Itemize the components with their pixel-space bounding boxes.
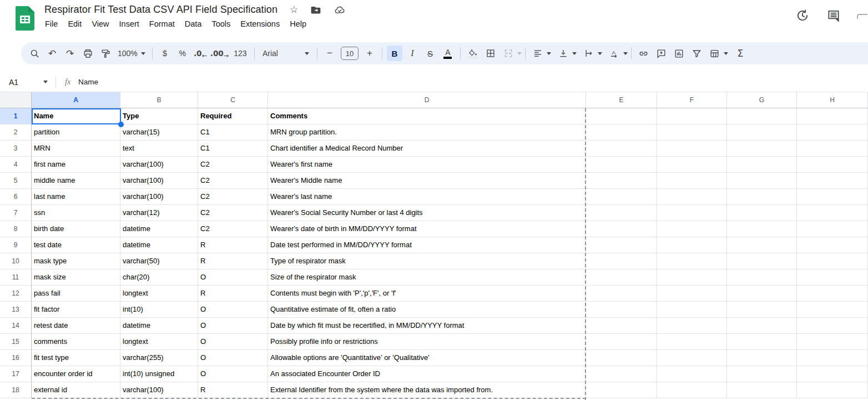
grid-corner[interactable] [0,92,32,108]
cell-G10[interactable] [727,253,797,269]
cell-G7[interactable] [727,205,797,221]
column-header-F[interactable]: F [657,92,727,108]
cell-H18[interactable] [797,382,868,398]
cell-H16[interactable] [797,350,868,366]
cell-D14[interactable]: Date by which fit must be recertified, i… [268,318,586,334]
cell-D13[interactable]: Quantitative estimate of fit, often a ra… [268,302,586,318]
cell-F3[interactable] [657,141,727,157]
cell-F18[interactable] [657,382,727,398]
row-header-12[interactable]: 12 [0,286,32,302]
cell-A3[interactable]: MRN [32,141,120,157]
cell-E16[interactable] [586,350,657,366]
menu-edit[interactable]: Edit [63,18,87,30]
cell-A9[interactable]: test date [32,237,120,253]
menu-tools[interactable]: Tools [206,18,235,30]
vertical-align-button[interactable] [556,46,571,61]
cell-H6[interactable] [797,189,868,205]
column-header-B[interactable]: B [120,92,198,108]
cell-G1[interactable] [727,108,797,124]
formula-input[interactable]: Name [78,78,98,86]
menu-insert[interactable]: Insert [114,18,144,30]
name-box[interactable]: A1 [0,78,53,87]
cell-E13[interactable] [586,302,657,318]
more-formats-button[interactable]: 123 [231,46,250,61]
cell-H5[interactable] [797,173,868,189]
cell-C10[interactable]: R [198,253,268,269]
cell-D16[interactable]: Allowable options are 'Quantitative' or … [268,350,586,366]
cell-C3[interactable]: C1 [198,141,268,157]
cell-F13[interactable] [657,302,727,318]
cell-F12[interactable] [657,286,727,302]
column-header-G[interactable]: G [727,92,797,108]
cell-A18[interactable]: external id [32,382,120,398]
row-header-4[interactable]: 4 [0,157,32,173]
insert-chart-button[interactable] [672,46,687,61]
cell-B6[interactable]: varchar(100) [120,189,198,205]
cell-A6[interactable]: last name [32,189,120,205]
cell-B4[interactable]: varchar(100) [120,157,198,173]
cell-H14[interactable] [797,318,868,334]
cell-G11[interactable] [727,269,797,286]
text-color-button[interactable]: A [440,46,456,61]
row-header-10[interactable]: 10 [0,253,32,269]
decrease-decimal-button[interactable]: .0← [193,46,208,61]
cell-B2[interactable]: varchar(15) [120,124,198,141]
cell-E5[interactable] [586,173,657,189]
cell-D3[interactable]: Chart identifier a Medical Record Number [268,141,586,157]
cell-D7[interactable]: Wearer's Social Security Number or last … [268,205,586,221]
cell-B13[interactable]: int(10) [120,302,198,318]
cell-C1[interactable]: Required [198,108,268,124]
cell-A4[interactable]: first name [32,157,120,173]
move-folder-icon[interactable] [310,4,321,16]
cell-H12[interactable] [797,286,868,302]
cell-A15[interactable]: comments [32,334,120,350]
cell-B15[interactable]: longtext [120,334,198,350]
row-header-1[interactable]: 1 [0,108,32,124]
menu-format[interactable]: Format [144,18,180,30]
cell-H11[interactable] [797,269,868,286]
share-partial-icon[interactable] [857,8,868,23]
cell-A7[interactable]: ssn [32,205,120,221]
cell-A10[interactable]: mask type [32,253,120,269]
italic-button[interactable]: I [405,46,420,61]
cell-D6[interactable]: Wearer's last name [268,189,586,205]
comments-icon[interactable] [826,8,841,23]
cell-B5[interactable]: varchar(100) [120,173,198,189]
cell-E14[interactable] [586,318,657,334]
google-sheets-logo[interactable] [16,6,34,31]
cell-D1[interactable]: Comments [268,108,586,124]
menu-extensions[interactable]: Extensions [235,18,285,30]
cell-B14[interactable]: datetime [120,318,198,334]
cell-G2[interactable] [727,124,797,141]
cell-B7[interactable]: varchar(12) [120,205,198,221]
bold-button[interactable]: B [387,46,402,61]
cell-D8[interactable]: Wearer's date of birth in MM/DD/YYYY for… [268,221,586,237]
row-header-5[interactable]: 5 [0,173,32,189]
cell-A13[interactable]: fit factor [32,302,120,318]
star-icon[interactable]: ☆ [290,5,298,14]
row-header-3[interactable]: 3 [0,141,32,157]
table-views-button[interactable] [707,46,723,61]
cell-G17[interactable] [727,366,797,382]
font-size-input[interactable]: 10 [341,47,359,60]
insert-comment-button[interactable] [654,46,669,61]
cell-F8[interactable] [657,221,727,237]
cell-B8[interactable]: datetime [120,221,198,237]
cell-D2[interactable]: MRN group partition. [268,124,586,141]
cell-G3[interactable] [727,141,797,157]
vertical-align-dropdown-icon[interactable] [572,52,577,55]
cell-B10[interactable]: varchar(50) [120,253,198,269]
text-wrap-dropdown-icon[interactable] [598,52,602,55]
cell-E17[interactable] [586,366,657,382]
cell-G12[interactable] [727,286,797,302]
document-title[interactable]: Respirator Fit Test Data CSV API Field S… [44,4,277,16]
cell-B16[interactable]: varchar(255) [120,350,198,366]
column-header-H[interactable]: H [797,92,868,108]
row-header-16[interactable]: 16 [0,350,32,366]
cell-C14[interactable]: O [198,318,268,334]
row-header-9[interactable]: 9 [0,237,32,253]
cell-F4[interactable] [657,157,727,173]
cell-C7[interactable]: C2 [198,205,268,221]
cell-F10[interactable] [657,253,727,269]
cell-C17[interactable]: O [198,366,268,382]
